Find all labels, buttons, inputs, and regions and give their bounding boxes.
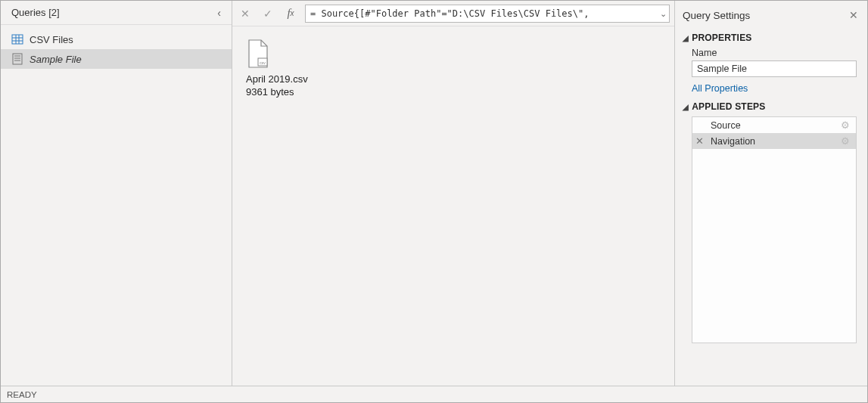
cancel-formula-icon[interactable]: ✕: [237, 5, 254, 22]
queries-title: Queries [2]: [11, 7, 60, 18]
settings-title: Query Settings: [683, 10, 750, 21]
query-name-input[interactable]: [692, 60, 857, 77]
name-label: Name: [692, 48, 860, 58]
properties-heading[interactable]: ◢ PROPERTIES: [683, 33, 860, 43]
step-label: Navigation: [706, 136, 841, 147]
svg-rect-0: [12, 35, 23, 44]
all-properties-link[interactable]: All Properties: [692, 83, 860, 94]
applied-steps-heading[interactable]: ◢ APPLIED STEPS: [683, 101, 860, 112]
svg-text:csv: csv: [260, 60, 266, 65]
accept-formula-icon[interactable]: ✓: [260, 5, 276, 22]
query-label: Sample File: [30, 54, 82, 65]
file-tile[interactable]: csv April 2019.csv 9361 bytes: [246, 39, 322, 98]
formula-bar: ✕ ✓ fx ⌄: [232, 1, 674, 26]
step-source[interactable]: Source ⚙: [692, 117, 856, 133]
preview-area: csv April 2019.csv 9361 bytes: [232, 26, 674, 386]
file-size: 9361 bytes: [246, 86, 322, 98]
close-settings-icon[interactable]: ✕: [848, 9, 860, 21]
settings-header: Query Settings ✕: [683, 5, 860, 25]
status-text: READY: [7, 390, 37, 399]
svg-rect-5: [13, 54, 22, 64]
collapse-queries-icon[interactable]: ‹: [214, 7, 224, 19]
gear-icon[interactable]: ⚙: [841, 135, 853, 147]
doc-icon: [11, 53, 23, 65]
query-item-sample-file[interactable]: Sample File: [1, 49, 232, 69]
queries-header: Queries [2] ‹: [1, 1, 232, 25]
step-label: Source: [692, 120, 841, 131]
status-bar: READY: [1, 386, 867, 402]
file-icon: csv: [246, 39, 270, 69]
queries-panel: Queries [2] ‹ CSV Files Sample File: [1, 1, 232, 386]
query-label: CSV Files: [30, 34, 73, 45]
queries-list: CSV Files Sample File: [1, 25, 232, 386]
formula-input[interactable]: [305, 5, 670, 23]
collapse-tri-icon: ◢: [683, 103, 689, 111]
applied-steps-list: Source ⚙ ✕ Navigation ⚙: [692, 116, 857, 343]
step-navigation[interactable]: ✕ Navigation ⚙: [692, 133, 856, 149]
delete-step-icon[interactable]: ✕: [692, 135, 706, 147]
expand-formula-icon[interactable]: ⌄: [660, 8, 667, 18]
fx-icon[interactable]: fx: [282, 5, 299, 22]
preview-panel: ✕ ✓ fx ⌄ csv: [232, 1, 675, 386]
query-item-csv-files[interactable]: CSV Files: [1, 29, 232, 49]
table-icon: [11, 33, 23, 45]
query-settings-panel: Query Settings ✕ ◢ PROPERTIES Name All P…: [675, 1, 867, 386]
collapse-tri-icon: ◢: [683, 34, 689, 42]
gear-icon[interactable]: ⚙: [841, 119, 853, 131]
file-name: April 2019.csv: [246, 73, 322, 85]
